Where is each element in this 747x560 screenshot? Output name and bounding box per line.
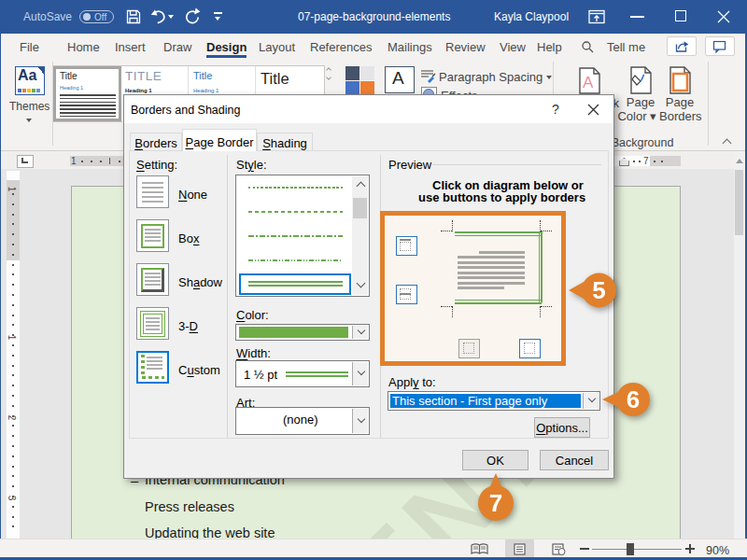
svg-text:6: 6 (627, 385, 640, 413)
svg-text:5: 5 (592, 276, 605, 304)
svg-text:7: 7 (489, 489, 502, 517)
svg-text:A: A (583, 74, 594, 91)
